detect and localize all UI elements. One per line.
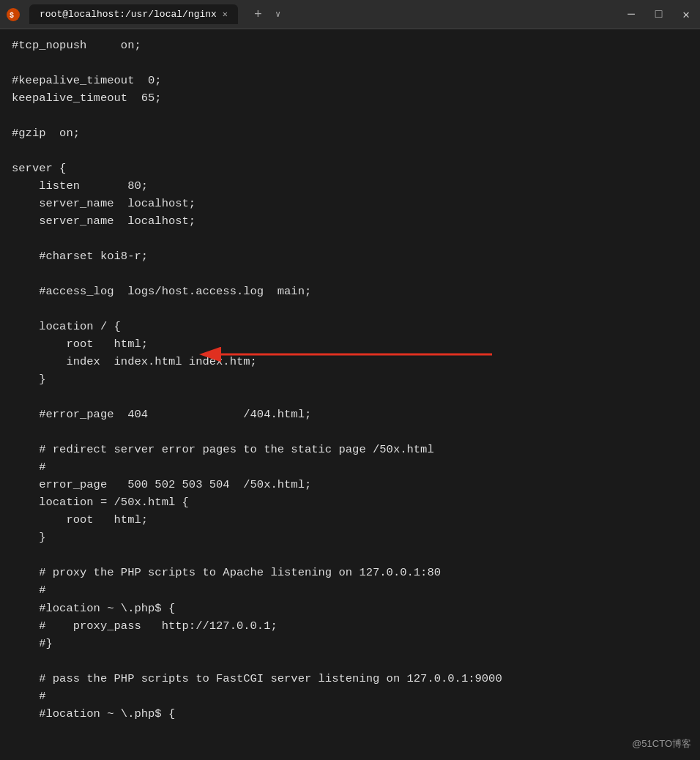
terminal-line: #tcp_nopush on; xyxy=(12,37,688,54)
terminal-line: #charset koi8-r; xyxy=(12,247,688,265)
terminal-line: index index.html index.htm; xyxy=(12,353,688,370)
title-bar-left: $ root@localhost:/usr/local/nginx ✕ + ∨ xyxy=(6,4,283,24)
tab-close-button[interactable]: ✕ xyxy=(223,9,228,20)
active-tab[interactable]: root@localhost:/usr/local/nginx ✕ xyxy=(29,4,238,24)
terminal-line: root html; xyxy=(12,511,688,529)
minimize-button[interactable]: ─ xyxy=(623,8,639,21)
terminal-line: } xyxy=(12,529,688,546)
terminal-line xyxy=(12,300,688,318)
terminal-line xyxy=(12,107,688,124)
title-bar: $ root@localhost:/usr/local/nginx ✕ + ∨ … xyxy=(0,0,700,29)
terminal-line: # xyxy=(12,458,688,476)
terminal-app-icon: $ xyxy=(6,7,21,22)
svg-text:$: $ xyxy=(10,12,14,20)
tab-chevron-button[interactable]: ∨ xyxy=(272,9,283,20)
terminal-line xyxy=(12,388,688,406)
terminal-line xyxy=(12,230,688,247)
watermark: @51CTO博客 xyxy=(632,737,691,751)
terminal-line: #location ~ \.php$ { xyxy=(12,600,688,617)
new-tab-button[interactable]: + xyxy=(250,7,267,22)
terminal-line xyxy=(12,265,688,283)
close-button[interactable]: ✕ xyxy=(678,7,694,22)
window-controls: ─ □ ✕ xyxy=(623,7,694,22)
terminal-line: location / { xyxy=(12,318,688,335)
terminal-line: # xyxy=(12,688,688,705)
terminal-line xyxy=(12,546,688,564)
terminal-line xyxy=(12,652,688,670)
code-block: #tcp_nopush on; #keepalive_timeout 0;kee… xyxy=(12,37,688,723)
terminal-line: #error_page 404 /404.html; xyxy=(12,406,688,423)
terminal-line: # redirect server error pages to the sta… xyxy=(12,441,688,458)
terminal-line: keepalive_timeout 65; xyxy=(12,89,688,107)
terminal-line: # proxy_pass http://127.0.0.1; xyxy=(12,617,688,635)
terminal-line: server_name localhost; xyxy=(12,212,688,230)
terminal-line: # pass the PHP scripts to FastCGI server… xyxy=(12,670,688,688)
terminal-line: #access_log logs/host.access.log main; xyxy=(12,283,688,300)
tab-label: root@localhost:/usr/local/nginx xyxy=(40,9,217,20)
terminal-line: root html; xyxy=(12,335,688,353)
terminal-line xyxy=(12,142,688,160)
terminal-line: # proxy the PHP scripts to Apache listen… xyxy=(12,564,688,581)
terminal-content[interactable]: #tcp_nopush on; #keepalive_timeout 0;kee… xyxy=(0,29,700,760)
terminal-line: # xyxy=(12,581,688,599)
terminal-line xyxy=(12,54,688,72)
terminal-line: location = /50x.html { xyxy=(12,493,688,511)
terminal-line xyxy=(12,423,688,441)
terminal-line: server_name localhost; xyxy=(12,195,688,212)
terminal-line: } xyxy=(12,370,688,388)
terminal-line: error_page 500 502 503 504 /50x.html; xyxy=(12,476,688,493)
terminal-line: #gzip on; xyxy=(12,124,688,142)
terminal-line: #location ~ \.php$ { xyxy=(12,705,688,723)
terminal-line: listen 80; xyxy=(12,177,688,195)
terminal-line: #} xyxy=(12,635,688,652)
terminal-line: #keepalive_timeout 0; xyxy=(12,72,688,89)
maximize-button[interactable]: □ xyxy=(651,8,667,21)
terminal-line: server { xyxy=(12,160,688,177)
